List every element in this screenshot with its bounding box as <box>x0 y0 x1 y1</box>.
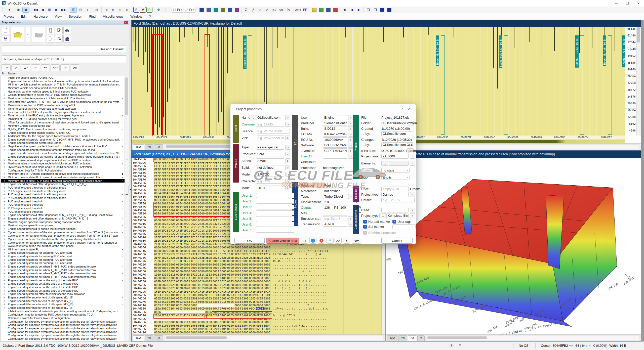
map-list-item[interactable]: Inhibit the engine states PU and PUC <box>1 76 125 80</box>
window-find-icon[interactable]: ▣ <box>22 7 29 13</box>
view-3d-icon[interactable] <box>219 7 226 12</box>
ok-button[interactable]: OK <box>234 238 265 244</box>
filter-triangle[interactable]: ▲▾ <box>21 64 30 71</box>
map-list-item[interactable]: ✳Maximal engine speed in start phase- <box>1 224 125 227</box>
export-version-button[interactable] <box>47 35 54 42</box>
map-region-tag[interactable]: Bosch II: 12x3 (16 Bit) <box>575 35 579 68</box>
map-list-item[interactable]: ✳Hysteresis band of road slope angle to … <box>1 165 125 169</box>
map-3d-window-title[interactable]: Minimum time in state PU in case of manu… <box>386 151 641 158</box>
new-project-button[interactable] <box>2 27 9 34</box>
expand-button-project-type[interactable]: > <box>410 213 415 218</box>
filter-flag[interactable]: ⚑▾ <box>41 64 50 71</box>
close-button[interactable]: ✕ <box>633 0 644 7</box>
comment-icon[interactable]: ❞ <box>327 238 334 244</box>
map-list-item[interactable]: ✳Engine speed difference for end of idle… <box>1 306 125 310</box>
expand-button-build[interactable]: > <box>285 165 290 170</box>
import-project-button-disabled[interactable] <box>32 27 45 42</box>
checkbox-user-tag[interactable]: ✓ <box>392 220 396 224</box>
ff-toggle[interactable]: FF <box>302 7 308 12</box>
hexdump-tab-3d[interactable]: 3d <box>154 335 163 341</box>
map-list-item[interactable]: ✳Engine speed hysteresis set at the entr… <box>1 286 125 289</box>
hexdump-horizontal-scrollbar[interactable] <box>165 336 383 340</box>
map-list-item[interactable]: ✳Additional offset for the engine speed … <box>1 135 125 138</box>
map-list-item[interactable]: ✳Engine speed threshold offset dependant… <box>1 213 125 217</box>
input-version[interactable]: CuPF170430P144 <box>323 148 347 153</box>
session-selector[interactable]: Session: Default <box>2 45 126 53</box>
map-list-item[interactable]: Configuration for expected symptoms evol… <box>1 337 125 341</box>
map-list-item[interactable]: Engine speed considered as feasible for … <box>1 155 125 159</box>
view-diff-icon[interactable] <box>233 7 240 12</box>
map-list-item[interactable]: ✳Time after start where C_T_N_HYS_OFS_AS… <box>1 100 125 104</box>
search-input[interactable]: Projects, Versions & Maps: (Ctrl+Shift+F… <box>2 55 126 63</box>
map-list-item[interactable]: Engine speed considered as not feasible … <box>1 152 125 155</box>
map-list-item[interactable]: Calibration switch for Power Take Off co… <box>1 317 125 320</box>
input-licence[interactable]: e.g. WES-H4900 <box>256 129 290 134</box>
map-list-item[interactable]: ✳Timer to control the PUC hysteresis aft… <box>1 107 125 111</box>
overview-window-title[interactable]: Ford SMax (Damos) as , DSJB3G-12A650-CBF… <box>132 20 641 27</box>
map-list-item[interactable]: ✳Minimum value of road slope angle to in… <box>1 159 125 162</box>
paragraph-button[interactable]: § <box>343 238 350 244</box>
plusminus-icon[interactable]: ±1 <box>271 7 277 12</box>
search-vehicle-data-button[interactable]: Search vehicle data <box>266 238 299 244</box>
map-list-item[interactable]: Hysteresis band for vehicle speed to inh… <box>1 90 125 94</box>
map-region-tag[interactable]: Bosch II: 7x11 (16 Bit) <box>622 35 625 67</box>
map-region-tag[interactable]: Bosch II: 8x7 (16 Bit) <box>436 35 439 66</box>
map-region-tag[interactable]: Bosch II: 16x16 (16 Bit) <box>243 35 247 69</box>
expand-button-emission-std[interactable]: > <box>348 216 353 221</box>
nav-prev-icon[interactable]: ◀ <box>39 7 46 12</box>
doc-search-icon[interactable]: ▤ <box>77 7 84 12</box>
arrow-right-icon[interactable]: ▶ <box>356 7 362 12</box>
input-project-type[interactable]: Komplette Binärdatei <box>386 213 409 218</box>
map-list-item[interactable]: Configuration for expected symptoms evol… <box>1 334 125 337</box>
filter-compare[interactable]: =?▾ <box>2 64 11 71</box>
map-list-item[interactable]: ✳PUC engine speed threshold- <box>1 207 125 210</box>
record-icon[interactable]: ● <box>6 7 13 12</box>
map-list-item[interactable]: Offset for calculation of the number of … <box>1 121 125 124</box>
menu-window[interactable]: Window <box>127 13 145 20</box>
open-project-button[interactable] <box>11 27 24 42</box>
input-name[interactable]: OLSecufile.com <box>256 115 284 120</box>
map3d-tab-2d[interactable]: 2d <box>398 335 407 341</box>
view-text-icon[interactable] <box>205 7 212 12</box>
map-list-item[interactable]: Configuration for expected symptoms evol… <box>1 323 125 327</box>
map-list-item[interactable]: ✳PUC engine speed threshold- <box>1 200 125 203</box>
input-displacement[interactable]: 2.0 <box>323 200 336 204</box>
letter-v-icon[interactable]: V <box>140 7 146 13</box>
map-list-item[interactable]: Configuration for expected symptoms evol… <box>1 327 125 330</box>
expand-button-user-11[interactable]: > <box>348 154 353 159</box>
paste-icon[interactable]: ▤ <box>301 238 308 244</box>
menu-miscellaneous[interactable]: Miscellaneous <box>99 13 127 20</box>
map-list-item[interactable]: ✳PUC engine speed threshold in efficienc… <box>1 190 125 193</box>
map-list-scrollbar[interactable] <box>125 76 129 340</box>
input-type[interactable]: Passenger car <box>256 145 284 150</box>
input-max[interactable] <box>323 211 347 215</box>
input-ecu-nr[interactable]: K1GA-14C204-LD <box>323 132 347 137</box>
user-tag-input[interactable] <box>392 224 416 229</box>
binoculars-grey-icon[interactable]: ∞ <box>117 7 124 12</box>
map-list-item[interactable]: ✳Engine speed hysteresis set when T_HYS_… <box>1 265 125 269</box>
window-tile-icon[interactable]: ❏ <box>365 7 372 12</box>
menu-help[interactable]: ? <box>146 13 154 20</box>
input-details[interactable]: e.g. +25 PS <box>381 198 415 202</box>
input-build[interactable]: not defined <box>256 165 284 170</box>
map-list-item[interactable]: ✳Engine speed hysteresis set when T_HYS_… <box>1 275 125 279</box>
percent-icon[interactable]: % <box>285 7 292 12</box>
map-list-item[interactable]: Minimum vehicle speed for activation of … <box>1 83 125 86</box>
font-size-large[interactable]: 14 Pt▾ <box>184 7 196 13</box>
input-user-7[interactable] <box>256 228 294 233</box>
map-list-item[interactable]: ✳Engine speed hysteresis for entering PU… <box>1 261 125 265</box>
grid-view-icon[interactable]: ▦ <box>46 7 53 12</box>
input-user-5[interactable] <box>256 216 294 221</box>
input-producer[interactable]: Ford <box>323 183 347 188</box>
map-region-tag[interactable]: Bosch II: 4x6 (16 Bit) <box>603 35 606 66</box>
map-list-item[interactable]: ✳Negative engine speed gradient threshol… <box>1 145 125 148</box>
letter-p-icon[interactable]: P <box>146 7 152 13</box>
input-emission-std[interactable]: e.g. Euro 5 <box>323 216 347 221</box>
expand-button-name[interactable]: > <box>285 115 290 120</box>
map-list-item[interactable]: ✳Cycle counter for duration of the start… <box>1 241 125 245</box>
expand-button-vin[interactable]: > <box>285 136 290 140</box>
expand-button-build[interactable]: > <box>348 126 353 131</box>
overview-tab-text[interactable]: Text <box>133 144 144 150</box>
input-project-size[interactable]: 7A.0000 <box>381 154 409 159</box>
nav-first-icon[interactable]: ◀◀ <box>32 7 39 12</box>
